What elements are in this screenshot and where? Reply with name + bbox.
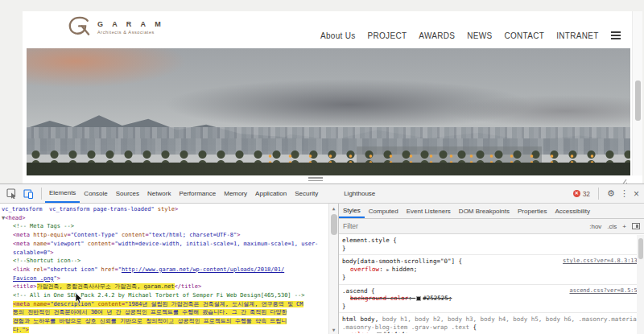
css-close-brace: } bbox=[342, 274, 641, 282]
tab-application[interactable]: Application bbox=[251, 184, 291, 203]
styles-filter-row: :hov.cls+ bbox=[339, 219, 644, 234]
dom-tree-line[interactable]: <link rel="shortcut icon" href="http://w… bbox=[0, 266, 328, 274]
toolbar-divider bbox=[41, 188, 42, 200]
error-icon: ✕ bbox=[573, 190, 580, 197]
css-selector-line[interactable]: html body, body h1, body h2, body h3, bo… bbox=[342, 315, 641, 331]
elements-scrollbar-thumb[interactable] bbox=[331, 214, 337, 235]
styles-scrollbar-thumb[interactable] bbox=[638, 238, 643, 259]
mouse-cursor bbox=[75, 293, 83, 307]
dom-tree-line[interactable]: <!-- Meta Tags --> bbox=[0, 222, 328, 231]
browser-scrollbar[interactable] bbox=[632, 11, 642, 175]
dom-tree-line[interactable]: <meta name="description" content="1984년 … bbox=[0, 300, 328, 309]
color-swatch[interactable] bbox=[416, 296, 421, 301]
tab-memory[interactable]: Memory bbox=[220, 184, 251, 203]
dom-tree-line[interactable]: 경험과 노하우를 바탕으로 상호 신뢰를 기반으로 창의적이고 성공적인 프로젝… bbox=[0, 317, 328, 326]
css-selector-line[interactable]: ascend.css?ver=8.5:50.ascend { bbox=[342, 287, 641, 295]
elements-panel: vc_transform vc_transform page-trans-loa… bbox=[0, 204, 338, 334]
css-rule: element.style {} bbox=[339, 234, 644, 255]
nav-item-intranet[interactable]: INTRANET bbox=[556, 31, 598, 40]
css-property[interactable]: overflow: ▶ hidden; bbox=[342, 266, 641, 274]
css-rule: html body, body h1, body h2, body h3, bo… bbox=[339, 313, 644, 333]
css-close-brace: } bbox=[342, 245, 641, 253]
nav-item-awards[interactable]: AWARDS bbox=[419, 31, 455, 40]
error-count: 32 bbox=[583, 190, 590, 198]
site-nav: About UsPROJECTAWARDSNEWSCONTACTINTRANET bbox=[320, 27, 644, 43]
settings-gear-icon[interactable]: ⚙ bbox=[607, 189, 615, 198]
css-close-brace: } bbox=[342, 303, 641, 311]
browser-page: G A R A M Architects & Associates About … bbox=[23, 11, 642, 183]
dom-tree-line[interactable]: 다."> bbox=[0, 326, 328, 334]
toggle--[interactable]: + bbox=[622, 223, 626, 230]
subtab-event-listeners[interactable]: Event Listeners bbox=[402, 204, 455, 218]
toggle--cls[interactable]: .cls bbox=[607, 223, 617, 230]
styles-tabs: StylesComputedEvent ListenersDOM Breakpo… bbox=[339, 204, 644, 219]
console-error-badge[interactable]: ✕ 32 bbox=[573, 190, 590, 198]
subtab-properties[interactable]: Properties bbox=[514, 204, 551, 218]
css-property[interactable]: color: #4e4e4e; bbox=[342, 331, 641, 333]
color-swatch[interactable] bbox=[377, 332, 382, 333]
nav-item-contact[interactable]: CONTACT bbox=[504, 31, 544, 40]
dom-tree-line[interactable]: <!--Shortcut icon--> bbox=[0, 257, 328, 266]
dom-tree-line[interactable]: scalable=0"> bbox=[0, 249, 328, 258]
styles-panel: StylesComputedEvent ListenersDOM Breakpo… bbox=[338, 204, 644, 334]
sidebar-layout-icon[interactable] bbox=[632, 223, 640, 229]
css-rule: style.css?ver=4.8.3:131body[data-smooth-… bbox=[339, 255, 644, 285]
garam-logo-monogram bbox=[67, 14, 93, 40]
css-rules-list: element.style {}style.css?ver=4.8.3:131b… bbox=[339, 234, 644, 333]
devtools-toolbar: ElementsConsoleSourcesNetworkPerformance… bbox=[0, 184, 644, 204]
css-selector-line[interactable]: style.css?ver=4.8.3:131body[data-smooth-… bbox=[342, 258, 641, 266]
styles-toggles: :hov.cls+ bbox=[589, 223, 626, 230]
hero-image bbox=[27, 48, 630, 175]
tab-performance[interactable]: Performance bbox=[175, 184, 220, 203]
kebab-menu-icon[interactable]: ⋮ bbox=[620, 189, 629, 198]
tab-lighthouse[interactable]: Lighthouse bbox=[340, 190, 379, 197]
garam-logo[interactable]: G A R A M Architects & Associates bbox=[67, 14, 164, 40]
toolbar-divider bbox=[598, 188, 599, 200]
subtab-computed[interactable]: Computed bbox=[365, 204, 402, 218]
elements-scrollbar[interactable]: ▲ ▼ bbox=[328, 204, 338, 334]
garam-logo-name: G A R A M bbox=[97, 20, 164, 28]
tab-console[interactable]: Console bbox=[80, 184, 111, 203]
css-source-link[interactable]: style.css?ver=4.8.3:131 bbox=[563, 258, 641, 266]
subtab-accessibility[interactable]: Accessibility bbox=[551, 204, 594, 218]
scroll-down-icon[interactable]: ▼ bbox=[329, 325, 338, 334]
nav-item-project[interactable]: PROJECT bbox=[368, 31, 407, 40]
dom-tree-line[interactable]: <!-- All in One SEO Pack 2.4.2 by Michae… bbox=[0, 291, 328, 300]
tab-elements[interactable]: Elements bbox=[45, 184, 80, 203]
dom-tree-line[interactable]: ▼<head> bbox=[0, 214, 328, 223]
tab-network[interactable]: Network bbox=[143, 184, 175, 203]
subtab-dom-breakpoints[interactable]: DOM Breakpoints bbox=[455, 204, 514, 218]
dom-tree-line[interactable]: Favicon_.png"> bbox=[0, 274, 328, 283]
garam-logo-tagline: Architects & Associates bbox=[97, 30, 164, 35]
dom-tree-line[interactable]: <title>가람건축, 종합건축사사무소 가람건축, garam.net</t… bbox=[0, 282, 328, 291]
dom-tree-line[interactable]: 등의 전반적인 건축분야에서 30여 년 간 성공적인 프로젝트를 수행해 왔습… bbox=[0, 308, 328, 317]
css-selector-line[interactable]: element.style { bbox=[342, 237, 641, 245]
subtab-styles[interactable]: Styles bbox=[339, 204, 365, 218]
tab-security[interactable]: Security bbox=[291, 184, 322, 203]
nav-item-news[interactable]: NEWS bbox=[467, 31, 492, 40]
close-devtools-icon[interactable]: × bbox=[634, 189, 639, 199]
devtools-tabs: ElementsConsoleSourcesNetworkPerformance… bbox=[45, 184, 322, 203]
css-source-link[interactable]: ascend.css?ver=8.5:50 bbox=[569, 287, 641, 295]
dom-tree-line[interactable]: <meta http-equiv="Content-Type" content=… bbox=[0, 231, 328, 240]
tab-sources[interactable]: Sources bbox=[112, 184, 143, 203]
devtools-panel: ElementsConsoleSourcesNetworkPerformance… bbox=[0, 183, 644, 334]
toggle--hov[interactable]: :hov bbox=[589, 223, 601, 230]
dom-tree-line[interactable]: <meta name="viewport" content="width=dev… bbox=[0, 240, 328, 249]
nav-item-about-us[interactable]: About Us bbox=[320, 31, 356, 40]
page-drag-handle[interactable] bbox=[308, 177, 323, 183]
menu-hamburger-icon[interactable] bbox=[611, 31, 621, 39]
dom-tree-line[interactable]: vc_transform vc_transform page-trans-loa… bbox=[0, 205, 328, 214]
inspect-element-icon[interactable] bbox=[4, 188, 19, 200]
css-rule: ascend.css?ver=8.5:50.ascend {background… bbox=[339, 285, 644, 314]
scroll-up-icon[interactable]: ▲ bbox=[329, 204, 338, 212]
device-toolbar-icon[interactable] bbox=[21, 188, 35, 200]
styles-scrollbar[interactable] bbox=[637, 235, 644, 334]
css-property[interactable]: background-color: #252525; bbox=[342, 295, 641, 303]
styles-filter-input[interactable] bbox=[343, 222, 589, 230]
browser-scrollbar-thumb[interactable] bbox=[635, 80, 641, 121]
